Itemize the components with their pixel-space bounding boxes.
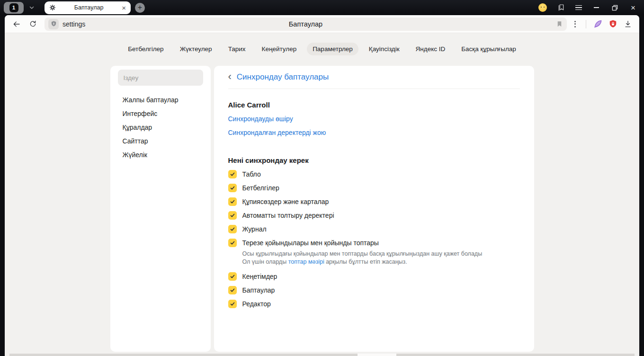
nav-tab[interactable]: Бетбелгілер — [122, 43, 169, 55]
browser-tab[interactable]: Баптаулар × — [45, 1, 131, 14]
tab-close-icon[interactable]: × — [122, 4, 126, 11]
minimize-button[interactable] — [592, 3, 600, 12]
checkbox-checked-icon[interactable] — [228, 184, 237, 192]
extension-feather-button[interactable] — [591, 18, 604, 31]
back-chevron-icon[interactable]: ‹ — [228, 71, 232, 82]
sync-items-list: Табло Бетбелгілер Құпиясөздер және карта… — [228, 167, 520, 311]
sidebar-item[interactable]: Интерфейс — [123, 107, 203, 120]
back-button[interactable] — [9, 17, 24, 31]
sync-item-row[interactable]: Журнал — [228, 222, 520, 236]
bookmark-page-button[interactable] — [556, 20, 563, 27]
new-tab-button[interactable]: + — [135, 3, 145, 13]
account-name: Alice Carroll — [228, 100, 520, 110]
site-protect-badge[interactable] — [48, 19, 59, 29]
bookmarks-icon — [557, 4, 565, 11]
address-bar-page-title: Баптаулар — [289, 20, 322, 28]
nav-tab[interactable]: Тарих — [223, 43, 251, 55]
nav-tab[interactable]: Параметрлер — [307, 43, 358, 55]
nav-tab[interactable]: Жүктеулер — [174, 43, 218, 55]
address-bar[interactable]: settings Баптаулар — [45, 18, 567, 31]
nav-tab[interactable]: Қауіпсіздік — [363, 43, 405, 55]
red-shield-lock-icon — [608, 19, 617, 28]
feather-icon — [593, 19, 603, 29]
extension-shield-button[interactable] — [606, 18, 619, 31]
minimize-icon — [594, 7, 599, 8]
tab-title: Баптаулар — [60, 4, 118, 11]
settings-layout: Жалпы баптауларИнтерфейсҚұралдарСайттарЖ… — [5, 66, 639, 352]
account-links: Синхрондауды өшіруСинхрондалған деректер… — [228, 112, 520, 139]
reload-button[interactable] — [26, 17, 40, 31]
settings-sidebar: Жалпы баптауларИнтерфейсҚұралдарСайттарЖ… — [110, 66, 211, 352]
toolbar-divider — [586, 20, 586, 28]
tab-counter-button[interactable]: 1 — [4, 2, 24, 14]
sync-item-row[interactable]: Кеңетімдер — [228, 269, 520, 283]
close-window-button[interactable]: × — [629, 3, 637, 12]
sync-settings-header[interactable]: ‹ Синхрондау баптаулары — [228, 66, 520, 89]
titlebar: 1 Баптаулар × + — [0, 0, 644, 15]
nav-tab[interactable]: Басқа құрылғылар — [456, 43, 522, 55]
restore-icon — [612, 5, 618, 11]
groups-menu-link[interactable]: топтар мәзірі — [288, 258, 324, 265]
window-content: settings Баптаулар — [5, 15, 639, 356]
checkbox-checked-icon[interactable] — [228, 197, 237, 206]
sidebar-item[interactable]: Құралдар — [123, 120, 203, 134]
sync-item-row[interactable]: Редактор — [228, 297, 520, 311]
gear-icon — [49, 4, 56, 11]
sync-item-row[interactable]: Терезе қойындылары мен қойынды топтары — [228, 236, 520, 249]
checkbox-checked-icon[interactable] — [228, 286, 237, 294]
sync-item-row[interactable]: Автоматты толтыру деректері — [228, 208, 520, 222]
action-link[interactable]: Синхрондалған деректерді жою — [228, 125, 326, 139]
download-icon — [624, 20, 632, 28]
description-line-1: Осы құрылғыдағы қойындылар мен топтарды … — [242, 250, 520, 258]
sync-item-row[interactable]: Бетбелгілер — [228, 181, 520, 195]
sync-item-label: Терезе қойындылары мен қойынды топтары — [242, 239, 379, 247]
search-input[interactable] — [118, 70, 203, 86]
sync-item-label: Бетбелгілер — [242, 184, 279, 192]
sync-item-label: Құпиясөздер және карталар — [242, 198, 329, 205]
sync-item-label: Баптаулар — [242, 286, 275, 294]
menu-button[interactable] — [575, 5, 582, 10]
sync-section-title: Нені синхрондау керек — [228, 156, 520, 165]
sidebar-item[interactable]: Жалпы баптаулар — [123, 93, 203, 107]
action-link[interactable]: Синхрондауды өшіру — [228, 112, 293, 125]
checkbox-checked-icon[interactable] — [228, 239, 237, 247]
sync-item-label: Кеңетімдер — [242, 273, 277, 280]
sync-item-row[interactable]: Баптаулар — [228, 283, 520, 297]
horizontal-scrollbar[interactable] — [9, 354, 635, 356]
checkbox-checked-icon[interactable] — [228, 272, 237, 281]
back-arrow-icon — [12, 20, 21, 28]
sync-item-label: Редактор — [242, 300, 271, 308]
tabs-dropdown-button[interactable] — [26, 2, 38, 14]
checkbox-checked-icon[interactable] — [228, 211, 237, 220]
sync-item-row[interactable]: Құпиясөздер және карталар — [228, 195, 520, 208]
sidebar-item[interactable]: Сайттар — [123, 134, 203, 148]
sidebar-item[interactable]: Жүйелік — [123, 148, 203, 161]
sidebar-items: Жалпы баптауларИнтерфейсҚұралдарСайттарЖ… — [118, 93, 203, 161]
maximize-button[interactable] — [610, 3, 619, 12]
bookmark-flag-icon — [556, 20, 563, 27]
titlebar-controls: × — [538, 3, 639, 12]
horizontal-scrollbar-thumb[interactable] — [358, 354, 396, 356]
nav-tab[interactable]: Яндекс ID — [410, 43, 451, 55]
profile-avatar[interactable] — [538, 3, 547, 12]
chevron-down-icon — [29, 5, 35, 10]
nav-tab[interactable]: Кеңейтулер — [256, 43, 303, 55]
checkbox-checked-icon[interactable] — [228, 225, 237, 233]
sync-item-description: Осы құрылғыдағы қойындылар мен топтарды … — [242, 250, 520, 266]
sync-item-label: Табло — [242, 170, 261, 178]
url-text: settings — [63, 20, 85, 28]
settings-nav: БетбелгілерЖүктеулерТарихКеңейтулерПарам… — [5, 43, 639, 55]
reload-icon — [29, 20, 37, 28]
protect-shield-icon — [50, 20, 57, 27]
downloads-button[interactable] — [621, 18, 635, 31]
sync-item-label: Автоматты толтыру деректері — [242, 212, 334, 219]
checkbox-checked-icon[interactable] — [228, 300, 237, 308]
browser-window: { "window": { "tab_count": "1", "tab_tit… — [0, 0, 644, 356]
bookmarks-panel-button[interactable] — [557, 3, 565, 12]
page-heading: Синхрондау баптаулары — [237, 72, 329, 82]
tab-count: 1 — [9, 3, 18, 12]
checkbox-checked-icon[interactable] — [228, 170, 237, 178]
address-bar-menu-button[interactable] — [569, 18, 581, 30]
sync-item-row[interactable]: Табло — [228, 167, 520, 181]
sync-item-label: Журнал — [242, 225, 267, 233]
